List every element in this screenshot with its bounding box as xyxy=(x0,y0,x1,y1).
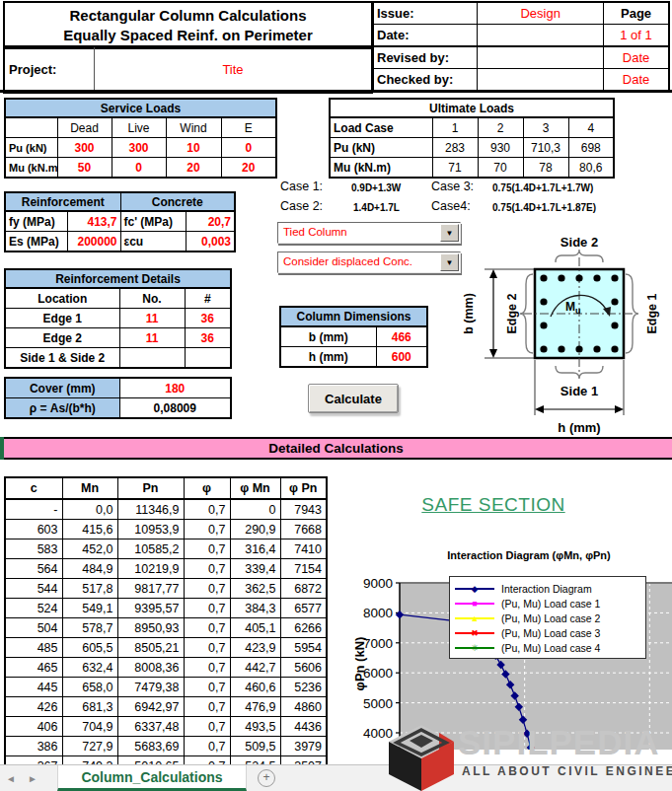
input-cell[interactable]: 50 xyxy=(57,158,112,179)
col-header-wind: Wind xyxy=(166,117,221,138)
prev-sheet-arrow-icon[interactable]: ◄ xyxy=(0,765,22,791)
input-cell[interactable]: 20,7 xyxy=(186,211,235,232)
detailed-calculations-table: c Mn Pn φ φ Mn φ Pn -0,011346,90,7079436… xyxy=(4,476,328,791)
add-sheet-button[interactable]: + xyxy=(247,765,286,791)
table-cell: 290,9 xyxy=(230,520,280,539)
table-cell: 0,7 xyxy=(184,539,230,559)
h-label: h (mm) xyxy=(280,347,376,368)
checked-by-cell[interactable] xyxy=(478,69,604,92)
case3-label: Case 3: xyxy=(431,180,474,193)
blank-cell xyxy=(5,117,57,138)
table-cell: 405,1 xyxy=(230,618,280,638)
date-value-cell[interactable] xyxy=(478,25,604,47)
input-cell[interactable]: 0 xyxy=(112,158,166,179)
input-cell[interactable]: 10 xyxy=(166,138,221,158)
legend-marker-icon: ■ xyxy=(455,598,494,610)
service-loads-table: Service Loads Dead Live Wind E Pu (kN) 3… xyxy=(4,98,277,179)
legend-label: (Pu, Mu) Load case 2 xyxy=(501,612,600,624)
table-cell: 11346,9 xyxy=(117,499,184,520)
input-cell[interactable]: 413,7 xyxy=(67,211,120,232)
case2-formula: 1.4D+1.7L xyxy=(353,202,400,213)
legend-item: ▲(Pu, Mu) Load case 2 xyxy=(455,611,640,625)
table-cell: 9817,77 xyxy=(117,579,184,599)
result-cell: 710,3 xyxy=(523,138,568,158)
table-cell: 0,7 xyxy=(184,499,230,520)
result-cell: 698 xyxy=(568,138,614,158)
case1-formula: 0.9D+1.3W xyxy=(351,182,401,193)
table-cell: 476,9 xyxy=(230,697,280,717)
input-cell[interactable]: 180 xyxy=(119,378,231,398)
input-cell[interactable]: 466 xyxy=(376,326,427,347)
issue-table: Issue: Design Page Date: 1 of 1 Revised … xyxy=(372,1,670,92)
legend-label: (Pu, Mu) Load case 1 xyxy=(501,598,600,610)
sipilpedia-logo-icon xyxy=(383,722,460,791)
input-cell[interactable]: 0,003 xyxy=(186,232,235,252)
row-label-sides: Side 1 & Side 2 xyxy=(5,348,119,369)
case-num: 3 xyxy=(523,117,568,138)
tab-column-calculations[interactable]: Column_Calculations xyxy=(57,765,247,791)
table-cell: 0,7 xyxy=(184,638,230,658)
case1-label: Case 1: xyxy=(280,180,323,193)
ult-pu-label: Pu (kN) xyxy=(330,138,432,158)
table-cell: 7479,38 xyxy=(117,678,184,697)
col-header-live: Live xyxy=(112,117,166,138)
next-sheet-arrow-icon[interactable]: ► xyxy=(22,765,43,791)
revised-by-cell[interactable] xyxy=(478,46,604,69)
edge2-label: Edge 2 xyxy=(505,293,519,333)
case2-label: Case 2: xyxy=(280,199,323,213)
legend-label: (Pu, Mu) Load case 4 xyxy=(501,642,600,654)
table-cell: 426 xyxy=(5,697,62,717)
input-cell[interactable]: 20 xyxy=(221,158,276,179)
input-cell[interactable]: 20 xyxy=(166,158,221,179)
input-cell[interactable]: 300 xyxy=(57,138,112,158)
banner-left-edge xyxy=(0,437,4,460)
date-label: Date: xyxy=(373,25,478,47)
input-cell[interactable]: 11 xyxy=(119,328,185,348)
table-cell: 0,0 xyxy=(62,499,117,520)
table-cell: 485 xyxy=(5,638,62,658)
input-cell[interactable]: 300 xyxy=(112,138,166,158)
input-cell[interactable]: 36 xyxy=(185,309,231,328)
case-num: 4 xyxy=(568,117,614,138)
reinforcement-title: Reinforcement xyxy=(5,192,120,211)
project-label: Project: xyxy=(5,47,95,92)
input-cell[interactable] xyxy=(185,348,231,369)
table-cell: 4436 xyxy=(280,717,327,737)
safe-section-status: SAFE SECTION xyxy=(384,494,603,516)
chart-title: Interaction Diagram (φMn, φPn) xyxy=(386,549,672,561)
input-cell[interactable]: 0 xyxy=(221,138,276,158)
input-cell[interactable] xyxy=(119,348,185,369)
col-header-location: Location xyxy=(5,288,119,309)
table-cell: 7154 xyxy=(280,559,327,579)
issue-value-cell[interactable]: Design xyxy=(478,2,604,25)
legend-item: ◆Interaction Diagram xyxy=(455,581,640,596)
col-header-c: c xyxy=(5,477,62,499)
revised-by-label: Revised by: xyxy=(373,46,478,69)
column-type-dropdown[interactable]: Tied Column ▼ xyxy=(277,222,461,244)
input-cell[interactable]: 11 xyxy=(119,309,185,328)
table-cell: 5606 xyxy=(280,658,327,678)
input-cell[interactable]: 600 xyxy=(376,347,427,368)
col-header-e: E xyxy=(221,117,276,138)
result-cell: 930 xyxy=(478,138,523,158)
edge1-label: Edge 1 xyxy=(645,293,659,333)
calculate-button[interactable]: Calculate xyxy=(308,384,399,413)
table-cell: 445 xyxy=(5,678,62,697)
ecu-label: εcu xyxy=(120,232,186,252)
input-cell[interactable]: 200000 xyxy=(67,232,120,252)
table-cell: 7410 xyxy=(280,539,327,559)
table-cell: 524 xyxy=(5,599,62,618)
column-type-value: Tied Column xyxy=(283,226,347,238)
input-cell[interactable]: 36 xyxy=(185,328,231,348)
project-value-cell[interactable]: Tite xyxy=(95,47,371,92)
col-header-dead: Dead xyxy=(57,117,112,138)
table-cell: 509,5 xyxy=(230,737,280,756)
row-label-edge2: Edge 2 xyxy=(5,328,119,348)
table-cell: 578,7 xyxy=(62,618,117,638)
concrete-title: Concrete xyxy=(120,192,235,211)
arrowhead xyxy=(615,405,624,413)
displaced-conc-value: Consider displaced Conc. xyxy=(283,255,412,267)
table-cell: 603 xyxy=(5,520,62,539)
displaced-conc-dropdown[interactable]: Consider displaced Conc. ▼ xyxy=(277,252,461,273)
table-cell: 504 xyxy=(5,618,62,638)
